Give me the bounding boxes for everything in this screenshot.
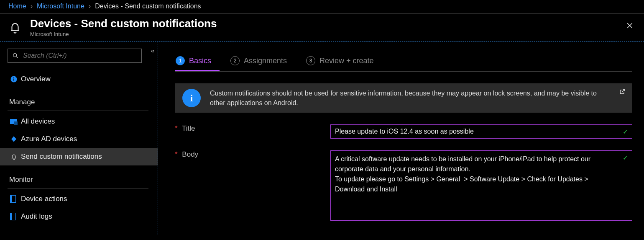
page-header: Devices - Send custom notifications Micr… xyxy=(0,14,644,41)
form-row-title: * Title ✓ xyxy=(175,124,632,139)
tab-label: Assignments xyxy=(244,57,287,65)
sidebar-section-manage: Manage xyxy=(8,96,148,111)
sidebar-item-label: Device actions xyxy=(21,195,67,203)
title-input[interactable] xyxy=(330,124,632,139)
tab-label: Basics xyxy=(189,57,211,65)
required-asterisk: * xyxy=(175,124,178,132)
svg-rect-3 xyxy=(13,77,14,78)
sidebar-item-label: Audit logs xyxy=(21,212,52,221)
breadcrumb: Home › Microsoft Intune › Devices - Send… xyxy=(0,0,644,14)
sidebar-item-overview[interactable]: Overview xyxy=(8,70,158,88)
search-input-wrap[interactable] xyxy=(8,49,142,63)
sidebar-item-azure-ad-devices[interactable]: Azure AD devices xyxy=(8,130,158,148)
form-row-body: * Body ✓ xyxy=(175,150,632,222)
diamond-icon xyxy=(10,135,21,143)
chevron-right-icon: › xyxy=(31,3,33,10)
tab-review-create[interactable]: 3 Review + create xyxy=(305,52,382,71)
sidebar-item-audit-logs[interactable]: Audit logs xyxy=(8,208,158,225)
collapse-sidebar-button[interactable]: « xyxy=(151,47,154,54)
close-button[interactable] xyxy=(624,20,636,31)
chevron-right-icon: › xyxy=(89,3,91,10)
sidebar-item-label: Overview xyxy=(21,75,51,83)
notebook-icon xyxy=(10,195,21,203)
notebook-icon xyxy=(10,213,21,220)
tab-step-number: 3 xyxy=(306,56,315,65)
info-icon xyxy=(10,75,21,83)
info-icon: i xyxy=(182,89,201,107)
sidebar-item-send-notifications[interactable]: Send custom notifications xyxy=(0,148,158,165)
tab-basics[interactable]: 1 Basics xyxy=(175,52,220,71)
devices-icon xyxy=(10,119,21,124)
search-input[interactable] xyxy=(23,52,137,59)
sidebar: « Overview Manage All devices Azure AD d… xyxy=(0,42,158,235)
tab-assignments[interactable]: 2 Assignments xyxy=(230,52,295,71)
sidebar-section-monitor: Monitor xyxy=(8,174,148,188)
main-panel: 1 Basics 2 Assignments 3 Review + create… xyxy=(158,42,644,235)
field-label-title: Title xyxy=(182,124,195,132)
svg-point-0 xyxy=(13,54,17,57)
sidebar-item-all-devices[interactable]: All devices xyxy=(8,113,158,130)
bell-icon xyxy=(10,153,21,160)
check-icon: ✓ xyxy=(623,128,628,136)
popout-button[interactable] xyxy=(619,88,626,96)
sidebar-item-device-actions[interactable]: Device actions xyxy=(8,190,158,208)
sidebar-item-label: Send custom notifications xyxy=(21,152,102,161)
bell-icon xyxy=(6,21,24,34)
page-subtitle: Microsoft Intune xyxy=(30,31,217,37)
info-text: Custom notifications should not be used … xyxy=(210,88,611,108)
search-icon xyxy=(12,52,19,59)
breadcrumb-home[interactable]: Home xyxy=(8,3,26,10)
tab-step-number: 2 xyxy=(230,56,240,65)
info-banner: i Custom notifications should not be use… xyxy=(175,83,632,113)
tab-label: Review + create xyxy=(319,57,374,65)
body-textarea[interactable] xyxy=(330,150,632,221)
sidebar-item-label: All devices xyxy=(21,117,55,126)
tab-step-number: 1 xyxy=(176,56,185,65)
breadcrumb-current: Devices - Send custom notifications xyxy=(95,3,201,10)
svg-rect-2 xyxy=(13,79,14,81)
field-label-body: Body xyxy=(182,150,198,158)
sidebar-item-label: Azure AD devices xyxy=(21,135,77,143)
breadcrumb-intune[interactable]: Microsoft Intune xyxy=(37,3,84,10)
required-asterisk: * xyxy=(175,150,178,158)
page-title: Devices - Send custom notifications xyxy=(30,17,217,30)
wizard-tabs: 1 Basics 2 Assignments 3 Review + create xyxy=(175,52,632,72)
check-icon: ✓ xyxy=(623,154,628,162)
